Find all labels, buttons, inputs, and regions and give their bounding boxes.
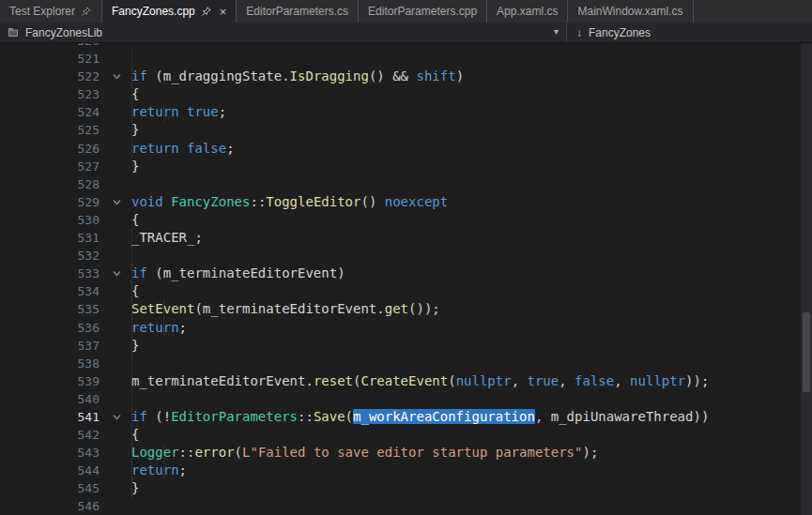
tab-mainwindow-xaml-cs[interactable]: MainWindow.xaml.cs — [568, 0, 693, 23]
code-text[interactable] — [131, 355, 812, 372]
line-number[interactable]: 531 — [0, 229, 101, 247]
code-text[interactable]: return false; — [131, 140, 812, 158]
code-editor: 520521522if (m_draggingState.IsDragging(… — [0, 43, 812, 515]
code-text[interactable] — [131, 390, 812, 408]
fold-spacer — [101, 121, 131, 139]
code-text[interactable]: _TRACER_; — [131, 229, 812, 247]
code-text[interactable]: m_terminateEditorEvent.reset(CreateEvent… — [131, 372, 812, 390]
line-number[interactable]: 529 — [0, 193, 101, 211]
tab-fancyzones-cpp[interactable]: FancyZones.cpp× — [102, 0, 237, 23]
code-text[interactable]: } — [131, 337, 812, 355]
code-text[interactable]: { — [131, 211, 812, 229]
line-number[interactable]: 536 — [0, 319, 101, 337]
pin-icon[interactable] — [81, 6, 92, 17]
line-number[interactable]: 539 — [0, 372, 101, 390]
fold-spacer — [101, 479, 131, 497]
project-dropdown[interactable]: FancyZonesLib ▾ — [0, 23, 567, 42]
line-number[interactable]: 544 — [0, 462, 101, 479]
fold-chevron-icon[interactable] — [101, 193, 131, 211]
line-number[interactable]: 543 — [0, 444, 101, 462]
code-text[interactable]: if (m_draggingState.IsDragging() && shif… — [131, 68, 812, 85]
line-number[interactable]: 524 — [0, 103, 101, 121]
code-text[interactable] — [131, 175, 812, 193]
line-number[interactable]: 542 — [0, 426, 101, 444]
fold-spacer — [101, 158, 131, 175]
code-text[interactable]: if (!EditorParameters::Save(m_workAreaCo… — [131, 408, 812, 426]
code-text[interactable] — [131, 43, 812, 50]
code-text[interactable]: if (m_terminateEditorEvent) — [131, 265, 812, 282]
line-number[interactable]: 541 — [0, 408, 101, 426]
code-token: m_workAreaConfiguration — [353, 409, 535, 424]
code-token: return — [131, 320, 179, 335]
line-number[interactable]: 535 — [0, 300, 101, 318]
line-number[interactable]: 533 — [0, 265, 101, 282]
line-number[interactable]: 521 — [0, 50, 101, 68]
code-text[interactable]: { — [131, 85, 812, 103]
line-number[interactable]: 530 — [0, 211, 101, 229]
line-number[interactable]: 527 — [0, 158, 101, 175]
code-text[interactable]: return; — [131, 462, 812, 479]
tab-label: Test Explorer — [9, 5, 75, 18]
line-number[interactable]: 525 — [0, 121, 101, 139]
tab-editorparameters-cpp[interactable]: EditorParameters.cpp — [359, 0, 487, 23]
line-number[interactable]: 522 — [0, 68, 101, 85]
pin-icon[interactable] — [201, 6, 212, 17]
fold-chevron-icon[interactable] — [101, 68, 131, 85]
indent-guide — [131, 103, 132, 121]
line-number[interactable]: 540 — [0, 390, 101, 408]
line-number[interactable]: 546 — [0, 497, 101, 515]
line-number[interactable]: 532 — [0, 247, 101, 265]
code-text[interactable]: } — [131, 479, 812, 497]
code-token: :: — [250, 194, 266, 209]
code-token — [163, 194, 171, 209]
code-token: EditorParameters — [171, 409, 298, 424]
code-text[interactable] — [131, 497, 812, 515]
indent-guide — [131, 282, 132, 300]
indent-guide — [131, 408, 132, 426]
code-text[interactable]: return true; — [131, 103, 812, 121]
line-number[interactable]: 523 — [0, 85, 101, 103]
line-number[interactable]: 537 — [0, 337, 101, 355]
code-text[interactable]: void FancyZones::ToggleEditor() noexcept — [131, 193, 812, 211]
line-number[interactable]: 526 — [0, 140, 101, 158]
tab-label: EditorParameters.cpp — [368, 5, 477, 18]
code-text[interactable]: } — [131, 121, 812, 139]
code-text[interactable]: return; — [131, 319, 812, 337]
line-number[interactable]: 534 — [0, 282, 101, 300]
code-token: FancyZones — [171, 194, 250, 209]
vertical-scrollbar[interactable] — [801, 43, 812, 515]
fold-chevron-icon[interactable] — [101, 408, 131, 426]
tab-editorparameters-cs[interactable]: EditorParameters.cs — [237, 0, 359, 23]
code-token: ( — [345, 409, 353, 424]
code-text[interactable]: } — [131, 158, 812, 175]
code-text[interactable]: { — [131, 426, 812, 444]
tab-test-explorer[interactable]: Test Explorer — [0, 0, 102, 23]
chevron-down-icon[interactable]: ▾ — [554, 26, 559, 37]
line-number[interactable]: 520 — [0, 43, 101, 50]
fold-chevron-icon[interactable] — [101, 265, 131, 282]
code-token: } — [131, 159, 139, 174]
line-number[interactable]: 528 — [0, 175, 101, 193]
fold-spacer — [101, 50, 131, 68]
indent-guide — [131, 300, 132, 318]
code-token: , — [614, 373, 630, 388]
code-text[interactable]: SetEvent(m_terminateEditorEvent.get()); — [131, 300, 812, 318]
tab-label: EditorParameters.cs — [246, 5, 348, 18]
tab-app-xaml-cs[interactable]: App.xaml.cs — [487, 0, 568, 23]
code-text[interactable]: Logger::error(L"Failed to save editor st… — [131, 444, 812, 462]
code-line: 545} — [0, 479, 812, 497]
fold-spacer — [101, 372, 131, 390]
code-text[interactable]: { — [131, 282, 812, 300]
code-token: { — [131, 212, 139, 227]
scrollbar-thumb[interactable] — [803, 312, 810, 393]
close-icon[interactable]: × — [220, 6, 227, 18]
member-dropdown[interactable]: ↓ FancyZones — [567, 23, 812, 42]
fold-spacer — [101, 282, 131, 300]
line-number[interactable]: 538 — [0, 355, 101, 372]
code-token: { — [131, 283, 139, 298]
code-text[interactable] — [131, 247, 812, 265]
line-number[interactable]: 545 — [0, 479, 101, 497]
code-token: m_terminateEditorEvent. — [131, 373, 314, 388]
code-text[interactable] — [131, 50, 812, 68]
code-token: ; — [179, 320, 187, 335]
